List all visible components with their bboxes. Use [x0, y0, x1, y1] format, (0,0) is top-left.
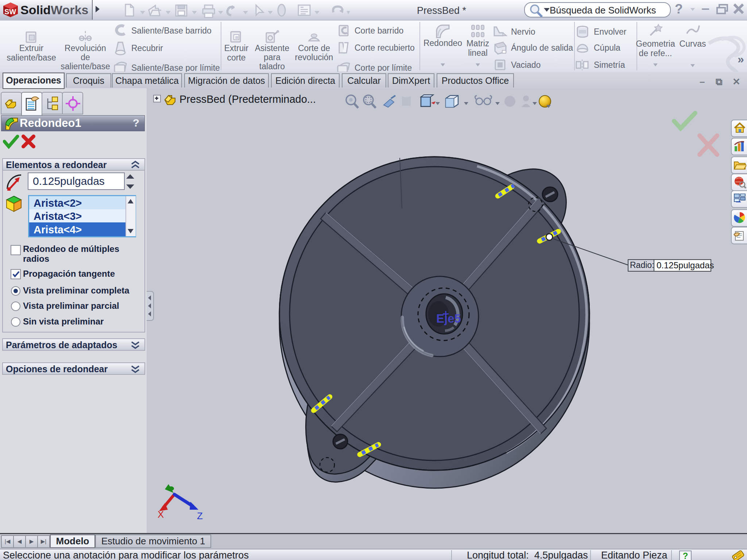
svg-text:0.125pulgadas: 0.125pulgadas: [657, 260, 714, 270]
svg-text:SW: SW: [4, 8, 16, 16]
svg-text:Z: Z: [197, 510, 203, 521]
svg-text:X: X: [158, 509, 164, 520]
svg-text:Radio:: Radio:: [630, 260, 654, 270]
